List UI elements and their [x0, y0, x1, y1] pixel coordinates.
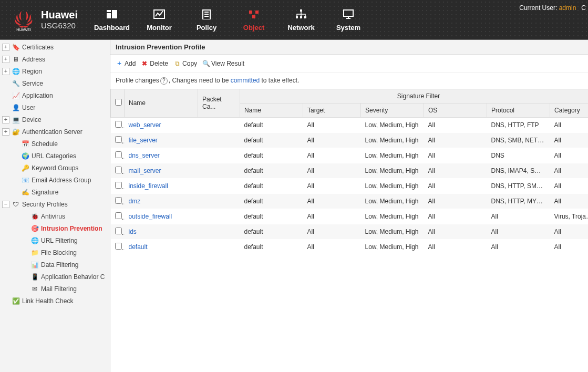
row-checkbox[interactable] — [115, 136, 122, 143]
row-checkbox[interactable] — [115, 167, 122, 173]
profile-name-link[interactable]: dmz — [129, 198, 141, 205]
tree-icon: ✅ — [12, 297, 20, 305]
nav-dashboard[interactable]: Dashboard — [88, 0, 136, 39]
tree-icon: 📁 — [30, 249, 39, 257]
copy-button[interactable]: ⧉ Copy — [173, 60, 197, 67]
commit-note: Profile changes?, Changes need to be com… — [110, 73, 588, 89]
col-packet[interactable]: Packet Ca... — [198, 89, 240, 117]
sidebar-item-signature[interactable]: ✍Signature — [0, 186, 110, 198]
cell-packet — [198, 178, 240, 193]
tree-toggle-icon[interactable]: − — [2, 201, 9, 208]
table-row[interactable]: web_serverdefaultAllLow, Medium, HighAll… — [111, 117, 589, 132]
cell-packet — [198, 132, 240, 148]
sidebar-item-address[interactable]: +🖥Address — [0, 53, 110, 65]
profile-name-link[interactable]: inside_firewall — [129, 182, 168, 190]
nav-monitor[interactable]: Monitor — [136, 0, 183, 39]
sidebar-item-application[interactable]: 📈Application — [0, 89, 110, 101]
delete-icon: ✖ — [141, 60, 148, 67]
table-row[interactable]: mail_serverdefaultAllLow, Medium, HighAl… — [111, 163, 589, 178]
nav-label: Monitor — [147, 24, 172, 32]
col-sfname[interactable]: Name — [240, 103, 303, 117]
table-row[interactable]: inside_firewalldefaultAllLow, Medium, Hi… — [111, 178, 589, 193]
tree-icon: 🔧 — [12, 79, 20, 88]
brand-model: USG6320 — [41, 21, 78, 30]
profile-name-link[interactable]: default — [129, 243, 148, 251]
table-row[interactable]: idsdefaultAllLow, Medium, HighAllAllAll — [111, 224, 589, 239]
col-check — [111, 89, 125, 117]
svg-rect-15 — [344, 10, 353, 16]
select-all-checkbox[interactable] — [115, 99, 122, 106]
row-checkbox[interactable] — [115, 243, 122, 250]
sidebar-item-file-blocking[interactable]: 📁File Blocking — [0, 246, 110, 259]
tree-toggle-icon[interactable]: + — [2, 44, 9, 51]
row-checkbox[interactable] — [115, 197, 122, 204]
sidebar-item-intrusion-prevention[interactable]: 🎯Intrusion Prevention — [0, 222, 110, 234]
nav-object[interactable]: Object — [230, 0, 277, 39]
table-row[interactable]: dmzdefaultAllLow, Medium, HighAllDNS, HT… — [111, 193, 589, 209]
sidebar-item-keyword-groups[interactable]: 🔑Keyword Groups — [0, 162, 110, 174]
cell-category: Virus, Trojan, l — [550, 209, 589, 224]
profile-name-link[interactable]: dns_server — [129, 152, 160, 159]
sidebar-item-region[interactable]: +🌐Region — [0, 65, 110, 77]
col-severity[interactable]: Severity — [361, 103, 424, 117]
view-result-button[interactable]: 🔍 View Result — [202, 60, 244, 67]
copy-label: Copy — [182, 60, 197, 67]
sidebar-item-schedule[interactable]: 📅Schedule — [0, 138, 110, 150]
tree-toggle-icon[interactable]: + — [2, 116, 9, 123]
svg-rect-1 — [107, 13, 111, 18]
sidebar-item-data-filtering[interactable]: 📊Data Filtering — [0, 259, 110, 271]
delete-button[interactable]: ✖ Delete — [141, 60, 168, 67]
sidebar-item-device[interactable]: +💻Device — [0, 113, 110, 126]
col-target[interactable]: Target — [303, 103, 361, 117]
table-row[interactable]: dns_serverdefaultAllLow, Medium, HighAll… — [111, 148, 589, 163]
cell-category: All — [550, 132, 589, 148]
profile-name-link[interactable]: outside_firewall — [129, 213, 172, 220]
col-name[interactable]: Name — [125, 89, 198, 117]
row-checkbox[interactable] — [115, 212, 122, 219]
row-checkbox[interactable] — [115, 151, 122, 158]
sidebar-item-email-address-group[interactable]: 📧Email Address Group — [0, 174, 110, 186]
profile-name-link[interactable]: file_server — [129, 137, 158, 144]
col-protocol[interactable]: Protocol — [487, 103, 550, 117]
sidebar-item-user[interactable]: 👤User — [0, 101, 110, 113]
policy-icon — [200, 8, 213, 20]
tree-icon: 📱 — [30, 273, 39, 281]
cell-os: All — [424, 224, 487, 239]
tree-toggle-icon[interactable]: + — [2, 128, 9, 136]
svg-rect-8 — [249, 11, 252, 14]
help-icon[interactable]: ? — [160, 77, 168, 85]
cell-target: All — [303, 239, 361, 254]
tree-toggle-icon[interactable]: + — [2, 56, 9, 63]
profile-table-wrap[interactable]: Name Packet Ca... Signature Filter Name … — [110, 89, 588, 373]
profile-name-link[interactable]: web_server — [129, 121, 161, 129]
sidebar-item-link-health-check[interactable]: ✅Link Health Check — [0, 295, 110, 307]
sidebar-item-certificates[interactable]: +🔖Certificates — [0, 41, 110, 53]
nav-network[interactable]: Network — [277, 0, 325, 39]
profile-name-link[interactable]: mail_server — [129, 167, 161, 174]
nav-policy[interactable]: Policy — [183, 0, 230, 39]
sidebar-item-url-categories[interactable]: 🌍URL Categories — [0, 150, 110, 162]
row-checkbox[interactable] — [115, 228, 122, 234]
sidebar-item-mail-filtering[interactable]: ✉Mail Filtering — [0, 283, 110, 295]
table-row[interactable]: outside_firewalldefaultAllLow, Medium, H… — [111, 209, 589, 224]
row-checkbox[interactable] — [115, 182, 122, 189]
sidebar-item-url-filtering[interactable]: 🌐URL Filtering — [0, 234, 110, 246]
cell-os: All — [424, 132, 487, 148]
col-os[interactable]: OS — [424, 103, 487, 117]
sidebar-item-service[interactable]: 🔧Service — [0, 77, 110, 89]
row-checkbox[interactable] — [115, 121, 122, 128]
table-row[interactable]: file_serverdefaultAllLow, Medium, HighAl… — [111, 132, 589, 148]
sidebar-item-security-profiles[interactable]: −🛡Security Profiles — [0, 198, 110, 210]
col-category[interactable]: Category — [550, 103, 589, 117]
cell-protocol: DNS, IMAP4, SMT... — [487, 163, 550, 178]
profile-name-link[interactable]: ids — [129, 228, 137, 235]
nav-system[interactable]: System — [325, 0, 372, 39]
commit-link[interactable]: committed — [231, 77, 260, 84]
cell-os: All — [424, 239, 487, 254]
tree-toggle-icon[interactable]: + — [2, 68, 9, 75]
add-button[interactable]: ＋ Add — [116, 60, 136, 67]
sidebar-item-authentication-server[interactable]: +🔐Authentication Server — [0, 126, 110, 138]
table-row[interactable]: defaultdefaultAllLow, Medium, HighAllAll… — [111, 239, 589, 254]
sidebar-item-application-behavior-c[interactable]: 📱Application Behavior C — [0, 271, 110, 283]
sidebar-item-antivirus[interactable]: 🐞Antivirus — [0, 210, 110, 222]
